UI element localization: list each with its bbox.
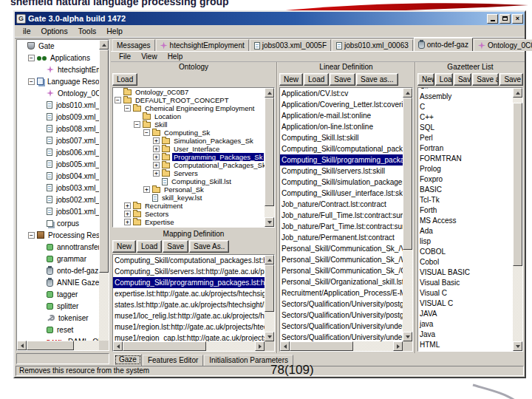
close-button[interactable]: × — [512, 14, 523, 24]
tree-item[interactable]: jobs005.xml_000 — [17, 158, 99, 170]
tree-item[interactable]: jobs009.xml_000 — [17, 111, 99, 123]
list-item[interactable]: Tcl-Tk — [418, 195, 513, 205]
tree-item[interactable]: jobs010.xml_00063 — [17, 99, 99, 111]
tree-item[interactable]: jobs008.xml_000 — [17, 123, 99, 134]
scrollbar-down-button[interactable] — [513, 341, 522, 351]
tree-item[interactable]: annottransfer — [17, 241, 99, 253]
list-item[interactable]: Personal_Skill/Organizational_skill.lst:… — [280, 276, 403, 287]
tree-item[interactable]: Computing_Skill.lst — [113, 177, 265, 185]
tree-item[interactable]: onto-def-gaz — [17, 265, 99, 276]
scrollbar-left-button[interactable] — [113, 341, 123, 351]
viewer-menu-item-view[interactable]: View — [136, 52, 163, 61]
collapse-icon[interactable]: − — [143, 129, 150, 136]
tree-item[interactable]: −Chemical Engineering Employment — [113, 104, 265, 112]
list-item[interactable]: VISUAL C — [418, 299, 513, 309]
list-item[interactable]: Java — [418, 330, 513, 340]
list-item[interactable]: Personal_Skill/Communication_Sk_/Written… — [280, 254, 403, 265]
tab-messages[interactable]: Messages — [112, 39, 155, 51]
tree-item[interactable]: ANNIE Gazetteer_ — [17, 276, 99, 288]
tree-item[interactable]: jobs007.xml_000 — [17, 134, 99, 146]
list-item[interactable]: Forth — [418, 205, 513, 216]
tree-item[interactable]: +Recruitment — [113, 202, 265, 210]
tab-ontology-0c0b7[interactable]: Ontology_0C0B7 — [474, 39, 532, 51]
button-save-as[interactable]: Save as... — [472, 73, 499, 86]
list-item[interactable]: COBOL — [418, 247, 513, 257]
tree-item[interactable]: +Simulation_Packages_Sk — [113, 137, 265, 145]
menu-item-ile[interactable]: ile — [18, 26, 36, 36]
collapse-icon[interactable]: − — [28, 232, 35, 239]
tree-item[interactable]: +User_Interface — [113, 145, 265, 153]
list-item[interactable]: Recruitment/Application_Process/E-Mail.l… — [280, 287, 403, 299]
collapse-icon[interactable]: − — [124, 105, 131, 112]
vertical-scrollbar[interactable] — [513, 88, 522, 351]
tree-item[interactable]: Ontology_0C0B7 — [113, 88, 265, 96]
list-item[interactable]: Visual C — [418, 288, 513, 299]
scrollbar-down-button[interactable] — [403, 332, 412, 341]
scrollbar-right-button[interactable] — [255, 341, 265, 351]
tree-item[interactable]: −Applications — [17, 52, 99, 64]
scrollbar-down-button[interactable] — [265, 332, 274, 341]
button-save[interactable]: Save — [330, 73, 355, 86]
collapse-icon[interactable]: − — [134, 121, 140, 128]
button-new[interactable]: New — [417, 73, 434, 86]
tree-item[interactable]: −Computing_Sk — [113, 129, 265, 137]
menu-item-help[interactable]: Help — [101, 26, 128, 36]
tree-item[interactable]: corpus — [17, 217, 99, 229]
tree-item[interactable]: jobs004.xml_000 — [17, 170, 99, 182]
tree-item[interactable]: skill_keyw.lst — [113, 194, 265, 202]
scrollbar-thumb[interactable] — [403, 98, 412, 250]
list-item[interactable]: Computing_Skill/programming_packages.lst… — [113, 277, 265, 288]
tree-item[interactable]: grammar — [17, 253, 99, 265]
list-item[interactable]: Application/e-mail.lst:online — [280, 110, 403, 121]
expand-icon[interactable]: + — [143, 186, 150, 193]
list-item[interactable]: JAVA — [418, 309, 513, 319]
list-item[interactable]: C++ — [418, 112, 513, 123]
collapse-icon[interactable]: − — [28, 78, 35, 85]
list-item[interactable]: Computing_Skill/computational_packages.l… — [113, 255, 265, 266]
tree-item[interactable]: +Computational_Packages_Sk — [113, 161, 265, 169]
list-item[interactable]: Computing_Skill/simulation_packages.lst:… — [280, 177, 403, 188]
scrollbar-thumb[interactable] — [290, 341, 353, 351]
list-item[interactable]: Fortran — [418, 143, 513, 154]
list-item[interactable]: Personal_Skill/Communication_Sk_/Commun — [280, 265, 403, 276]
tree-item[interactable]: +Servers — [113, 169, 265, 177]
list-item[interactable]: Sectors/Qualification/University/undergr… — [280, 321, 403, 332]
list-item[interactable]: Ada — [418, 226, 513, 236]
button-save-as[interactable]: Save As.. — [189, 240, 229, 253]
list-item[interactable]: Perl — [418, 133, 513, 143]
expand-icon[interactable]: + — [153, 146, 160, 152]
tree-item[interactable]: −Language Resources — [17, 75, 99, 87]
tab-htechsightemployment[interactable]: htechsightEmployment — [156, 39, 249, 51]
tree-item[interactable]: Location — [113, 112, 265, 120]
tree-item[interactable]: +Programming_Packages_Sk — [113, 153, 265, 161]
scrollbar-up-button[interactable] — [265, 88, 274, 98]
list-item[interactable]: Foxpro — [418, 174, 513, 185]
vertical-scrollbar[interactable] — [99, 40, 109, 350]
list-item[interactable]: Computing_Skill/computational_packages.l… — [280, 143, 403, 154]
tree-item[interactable]: jobs003.xml_0005F — [17, 182, 99, 194]
tree-item[interactable]: −DEFAULT_ROOT_CONCEPT — [113, 96, 265, 104]
tree-item[interactable]: jobs001.xml_000 — [17, 205, 99, 217]
tree-item[interactable]: tagger — [17, 288, 99, 300]
list-item[interactable]: Assembly — [418, 92, 513, 102]
tree-item[interactable]: DAML_OIL_exp — [17, 335, 99, 341]
list-item[interactable]: Cobol — [418, 257, 513, 267]
scrollbar-thumb[interactable] — [99, 50, 109, 273]
list-item[interactable]: Prolog — [418, 164, 513, 174]
button-save[interactable]: Save — [454, 73, 471, 86]
tree-item[interactable]: −Processing Resources — [17, 229, 99, 241]
list-item[interactable]: Job_nature/Part_Time.lst:contract:sum — [280, 221, 403, 232]
tree-item[interactable]: +Personal_Sk — [113, 185, 265, 194]
tree-item[interactable]: reset — [17, 324, 99, 335]
bottom-tab-features-editor[interactable]: Features Editor — [143, 355, 203, 366]
tree-item[interactable]: +Sectors — [113, 210, 265, 218]
scrollbar-thumb[interactable] — [265, 98, 274, 206]
list-item[interactable]: Application/on-line.lst:online — [280, 121, 403, 132]
list-item[interactable]: MS Access — [418, 216, 513, 226]
list-item[interactable]: SQL — [418, 123, 513, 133]
tree-item[interactable]: htechsightEmployment — [17, 64, 99, 75]
scrollbar-right-button[interactable] — [393, 341, 403, 351]
list-item[interactable]: Computing_Skill/servers.lst:http://gate.… — [113, 266, 265, 277]
scrollbar-left-button[interactable] — [17, 341, 27, 350]
tree-item[interactable]: splitter — [17, 300, 99, 312]
